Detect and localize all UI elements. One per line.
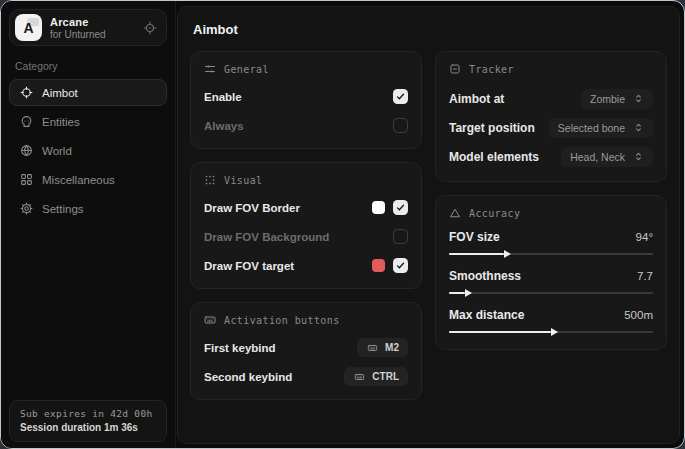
fov-target-color-swatch[interactable] [372,259,385,272]
activation-card: Activation buttons First keybind M2 [190,302,422,400]
setting-row-aimbot-at: Aimbot at Zombie [449,86,653,111]
check-icon [396,203,405,212]
fov-target-checkbox[interactable] [393,258,408,273]
sidebar-item-label: World [42,145,72,157]
sidebar-item-label: Entities [42,116,80,128]
keyboard-icon [353,372,366,382]
max-distance-value: 500m [624,309,653,321]
check-icon [396,92,405,101]
main-area: Aimbot [176,1,684,448]
target-icon[interactable] [143,21,157,35]
setting-row-enable: Enable [204,86,408,107]
left-column: General Enable Always [190,51,422,400]
sidebar-item-label: Miscellaneous [42,174,115,186]
check-icon [396,261,405,270]
slider-thumb[interactable] [504,250,511,258]
model-elements-select[interactable]: Head, Neck [561,147,653,167]
sidebar-item-aimbot[interactable]: Aimbot [9,79,167,106]
tracker-card: Tracker Aimbot at Zombie [435,51,667,182]
general-card: General Enable Always [190,51,422,149]
category-label: Category [15,60,167,72]
activation-header: Activation buttons [204,314,408,326]
setting-row-fov-target: Draw FOV target [204,255,408,276]
second-keybind-button[interactable]: CTRL [344,367,408,386]
slider-thumb[interactable] [465,289,472,297]
app-logo: A [15,14,42,41]
always-checkbox[interactable] [393,118,408,133]
fov-size-slider[interactable] [449,253,653,255]
globe-icon [20,144,33,157]
grid-icon [20,173,33,186]
fov-border-checkbox[interactable] [393,200,408,215]
setting-row-fov-border: Draw FOV Border [204,197,408,218]
unfold-icon [633,151,644,162]
accuracy-header: Accuracy [449,207,653,219]
fov-size-value: 94° [636,231,653,243]
keyboard-icon [204,314,216,326]
slider-thumb[interactable] [551,328,558,336]
right-column: Tracker Aimbot at Zombie [435,51,667,350]
setting-row-always: Always [204,115,408,136]
sidebar-item-miscellaneous[interactable]: Miscellaneous [9,166,167,193]
general-header: General [204,63,408,75]
smoothness-value: 7.7 [637,270,653,282]
sidebar-item-settings[interactable]: Settings [9,195,167,222]
setting-row-model-elements: Model elements Head, Neck [449,144,653,169]
skull-icon [20,115,33,128]
brand-name: Arcane [50,16,106,28]
crosshair-icon [20,86,33,99]
sidebar-nav: Aimbot Entities [9,79,167,222]
fov-size-slider-group: FOV size 94° [449,230,653,255]
scan-icon [449,63,461,75]
visual-card: Visual Draw FOV Border [190,162,422,289]
triangle-icon [449,207,461,219]
unfold-icon [633,122,644,133]
app-window: A Arcane for Unturned Category [0,0,685,449]
sub-expiry: Sub expires in 42d 00h [20,408,156,419]
sliders-icon [204,63,216,75]
fov-border-color-swatch[interactable] [372,201,385,214]
sidebar-item-label: Aimbot [42,87,78,99]
tracker-header: Tracker [449,63,653,75]
keyboard-icon [366,343,379,353]
brand-text: Arcane for Unturned [50,16,106,40]
smoothness-slider-group: Smoothness 7.7 [449,269,653,294]
aimbot-at-select[interactable]: Zombie [581,89,653,109]
main-panel: Aimbot [177,6,680,444]
gear-icon [20,202,33,215]
sidebar: A Arcane for Unturned Category [1,1,176,448]
fov-background-checkbox[interactable] [393,229,408,244]
accuracy-card: Accuracy FOV size 94° [435,195,667,350]
target-position-select[interactable]: Selected bone [549,118,653,138]
enable-checkbox[interactable] [393,89,408,104]
sidebar-item-world[interactable]: World [9,137,167,164]
brand-subtitle: for Unturned [50,29,106,40]
subscription-card: Sub expires in 42d 00h Session duration … [9,400,167,442]
max-distance-slider[interactable] [449,331,653,333]
brand-card: A Arcane for Unturned [9,9,167,46]
visual-header: Visual [204,174,408,186]
smoothness-slider[interactable] [449,292,653,294]
unfold-icon [633,93,644,104]
sidebar-item-label: Settings [42,203,84,215]
setting-row-first-keybind: First keybind M2 [204,337,408,358]
sidebar-item-entities[interactable]: Entities [9,108,167,135]
page-title: Aimbot [193,22,667,37]
setting-row-second-keybind: Second keybind CTRL [204,366,408,387]
first-keybind-button[interactable]: M2 [357,338,408,357]
logo-letter: A [23,20,33,36]
dots-grid-icon [204,174,216,186]
max-distance-slider-group: Max distance 500m [449,308,653,333]
setting-row-target-position: Target position Selected bone [449,115,653,140]
setting-row-fov-background: Draw FOV Background [204,226,408,247]
session-duration: Session duration 1m 36s [20,422,156,433]
